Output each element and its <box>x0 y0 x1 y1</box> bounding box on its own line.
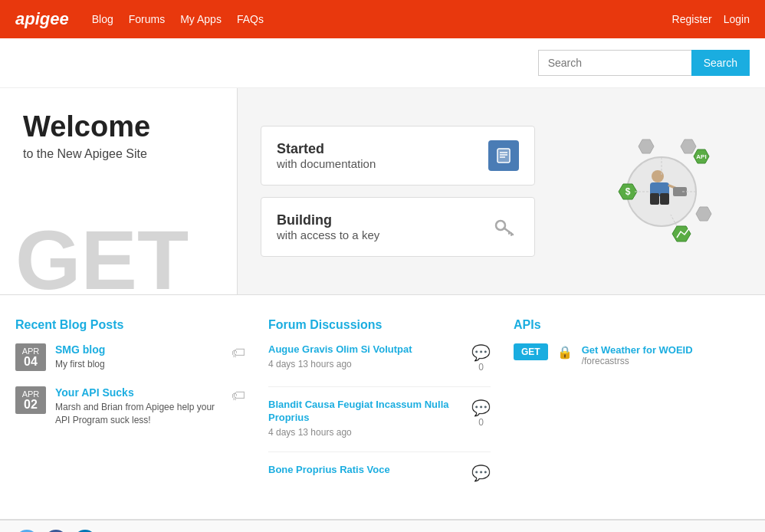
svg-marker-23 <box>696 207 711 221</box>
nav-forums[interactable]: Forums <box>129 13 165 25</box>
svg-text:API: API <box>696 153 706 160</box>
svg-marker-20 <box>672 226 691 241</box>
blog-section: Recent Blog Posts Apr 04 SMG blog My fir… <box>15 318 245 496</box>
card-building[interactable]: Building with access to a key <box>261 197 535 257</box>
svg-marker-21 <box>681 140 696 153</box>
main-nav: Blog Forums My Apps FAQs <box>92 13 264 25</box>
api-item-1: GET 🔒 Get Weather for WOEID /forecastrss <box>514 343 750 366</box>
card-started[interactable]: Started with documentation <box>261 126 535 186</box>
search-bar: Search <box>0 38 765 88</box>
hero-left: Welcome to the New Apigee Site GET <box>0 88 238 294</box>
forum-post-content-1: Augue Gravis Olim Si Volutpat 4 days 13 … <box>268 343 464 369</box>
forum-post-1: Augue Gravis Olim Si Volutpat 4 days 13 … <box>268 343 491 373</box>
forum-post-2: Blandit Causa Feugiat Incassum Nulla Pro… <box>268 399 491 438</box>
blog-content-1: SMG blog My first blog <box>55 343 222 371</box>
blog-post-2: Apr 02 Your API Sucks Marsh and Brian fr… <box>15 386 245 427</box>
blog-desc-2: Marsh and Brian from Apigee help your AP… <box>55 401 222 427</box>
forum-post-content-2: Blandit Causa Feugiat Incassum Nulla Pro… <box>268 399 464 438</box>
forum-count-1: 💬 0 <box>471 343 491 373</box>
key-icon <box>488 212 519 242</box>
blog-link-2[interactable]: Your API Sucks <box>55 386 134 399</box>
header: apigee Blog Forums My Apps FAQs Register… <box>0 0 765 38</box>
forum-divider-2 <box>268 452 491 452</box>
svg-rect-12 <box>650 193 659 205</box>
blog-post-1: Apr 04 SMG blog My first blog 🏷 <box>15 343 245 371</box>
get-badge: GET <box>514 343 548 360</box>
nav-myapps[interactable]: My Apps <box>180 13 222 25</box>
nav-blog[interactable]: Blog <box>92 13 113 25</box>
blog-content-2: Your API Sucks Marsh and Brian from Apig… <box>55 386 222 427</box>
footer: t f in Privacy Policy | Terms & Use | Co… <box>0 520 765 532</box>
forum-divider-1 <box>268 386 491 387</box>
forum-title: Forum Discussions <box>268 318 491 332</box>
blog-title: Recent Blog Posts <box>15 318 245 332</box>
forum-link-2[interactable]: Blandit Causa Feugiat Incassum Nulla Pro… <box>268 399 464 425</box>
welcome-text: Welcome to the New Apigee Site <box>23 111 214 161</box>
card-building-text: Building with access to a key <box>277 212 379 241</box>
api-info-1: Get Weather for WOEID /forecastrss <box>582 343 693 366</box>
welcome-subtext: to the New Apigee Site <box>23 147 214 161</box>
svg-marker-22 <box>639 140 654 153</box>
welcome-heading: Welcome <box>23 111 214 143</box>
forum-meta-1: 4 days 13 hours ago <box>268 359 464 369</box>
svg-rect-15 <box>673 187 687 196</box>
tag-icon-1: 🏷 <box>231 345 245 361</box>
hero-illustration: API $ <box>558 88 765 294</box>
card-started-text: Started with documentation <box>277 141 376 170</box>
forum-section: Forum Discussions Augue Gravis Olim Si V… <box>268 318 491 496</box>
tag-icon-2: 🏷 <box>231 388 245 404</box>
forum-meta-2: 4 days 13 hours ago <box>268 427 464 438</box>
svg-rect-0 <box>497 149 510 163</box>
comment-icon-2: 💬 <box>471 399 491 417</box>
register-link[interactable]: Register <box>672 13 712 25</box>
login-link[interactable]: Login <box>724 13 750 25</box>
comment-icon-1: 💬 <box>471 343 491 362</box>
svg-rect-13 <box>660 193 669 205</box>
header-auth: Register Login <box>672 13 750 25</box>
doc-icon <box>488 140 519 171</box>
comment-icon-3: 💬 <box>471 464 491 482</box>
search-button[interactable]: Search <box>691 50 750 76</box>
search-input[interactable] <box>538 50 691 76</box>
blog-desc-1: My first blog <box>55 358 222 371</box>
forum-post-content-3: Bone Proprius Ratis Voce <box>268 464 464 477</box>
svg-text:$: $ <box>625 186 631 197</box>
nav-faqs[interactable]: FAQs <box>237 13 264 25</box>
logo: apigee <box>15 9 69 29</box>
forum-link-1[interactable]: Augue Gravis Olim Si Volutpat <box>268 343 464 356</box>
get-text: GET <box>15 218 189 294</box>
blog-date-1: Apr 04 <box>15 343 46 371</box>
svg-point-10 <box>652 170 664 182</box>
hero-section: Welcome to the New Apigee Site GET Start… <box>0 88 765 295</box>
api-path-1: /forecastrss <box>582 356 693 366</box>
forum-link-3[interactable]: Bone Proprius Ratis Voce <box>268 464 464 477</box>
forum-count-2: 💬 0 <box>471 399 491 428</box>
api-link-1[interactable]: Get Weather for WOEID <box>582 344 693 356</box>
hero-cards: Started with documentation Building with… <box>238 88 558 294</box>
blog-link-1[interactable]: SMG blog <box>55 343 105 356</box>
main-content: Recent Blog Posts Apr 04 SMG blog My fir… <box>0 295 765 520</box>
api-section: APIs GET 🔒 Get Weather for WOEID /foreca… <box>514 318 750 496</box>
forum-count-3: 💬 <box>471 464 491 482</box>
blog-date-2: Apr 02 <box>15 386 46 414</box>
forum-post-3: Bone Proprius Ratis Voce 💬 <box>268 464 491 482</box>
api-title: APIs <box>514 318 750 332</box>
lock-icon: 🔒 <box>557 345 573 360</box>
